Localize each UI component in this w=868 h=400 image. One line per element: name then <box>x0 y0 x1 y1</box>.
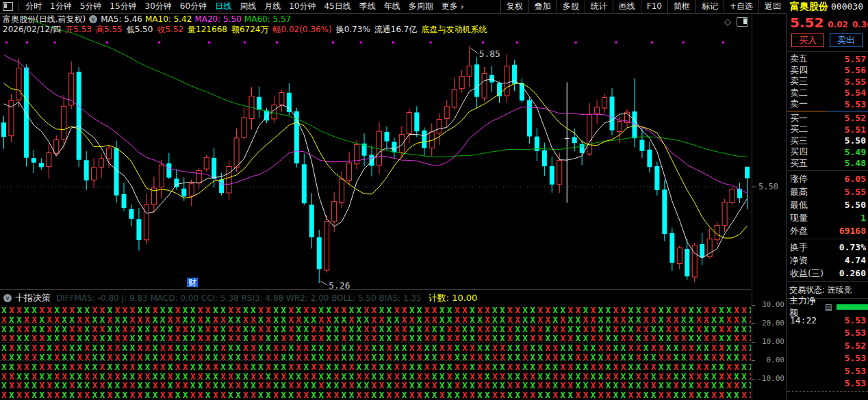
signal-x: X <box>659 343 666 353</box>
signal-x: X <box>288 315 296 325</box>
stat2-row-2: 收益(三)0.260 <box>787 267 868 280</box>
signal-x: X <box>16 362 24 372</box>
buy-level-value: 5.50 <box>845 135 866 146</box>
buy-button[interactable]: 买入 <box>791 34 824 47</box>
buy-level-1[interactable]: 买二5.51 <box>787 124 868 135</box>
signal-x: X <box>153 324 160 334</box>
signal-x: X <box>394 380 402 390</box>
diamond-icon[interactable]: ◇ <box>724 16 731 27</box>
menu-item-period-14[interactable]: 更多 <box>437 1 462 12</box>
signal-x: X <box>296 333 303 343</box>
toolbar-item-2[interactable]: 多股 <box>557 0 585 13</box>
signal-x: X <box>537 315 545 325</box>
signal-x: X <box>583 333 590 343</box>
stat2-row-1: 净资4.74 <box>787 254 868 267</box>
signal-x: X <box>348 362 356 372</box>
signal-x: X <box>281 343 288 353</box>
signal-x: X <box>303 362 311 372</box>
indicator-title[interactable]: 十指决策 <box>15 292 51 304</box>
signal-x: X <box>183 380 190 390</box>
signal-x: X <box>689 333 696 343</box>
signal-x: X <box>455 315 462 325</box>
menu-item-period-11[interactable]: 季线 <box>355 1 380 12</box>
sell-level-4[interactable]: 卖一5.53 <box>787 98 868 110</box>
buy-level-2[interactable]: 买三5.50 <box>787 135 868 147</box>
sell-level-label: 卖五 <box>790 53 808 65</box>
toolbar-item-4[interactable]: 画线 <box>613 0 641 13</box>
signal-x: X <box>439 343 447 353</box>
toolbar-item-6[interactable]: 简框 <box>667 0 695 13</box>
signal-x: X <box>409 352 417 362</box>
chevron-down-icon[interactable]: ∨ <box>89 15 97 23</box>
menu-item-period-0[interactable]: 分时 <box>21 1 46 12</box>
menu-item-period-10[interactable]: 45日线 <box>320 1 355 12</box>
sell-level-1[interactable]: 卖四5.56 <box>787 65 868 77</box>
signal-x: X <box>719 324 726 334</box>
pane-toggle-icon[interactable] <box>737 17 748 27</box>
buy-level-4[interactable]: 买五5.48 <box>787 158 868 170</box>
signal-x: X <box>273 380 281 390</box>
toolbar-item-5[interactable]: F10 <box>641 0 667 13</box>
tick-row-2[interactable]: 5.52 <box>787 339 868 352</box>
toolbar-item-8[interactable]: +自选 <box>724 0 758 13</box>
signal-x: X <box>417 371 424 382</box>
tick-row-1[interactable]: 5.53 <box>787 327 868 340</box>
signal-x: X <box>749 324 751 334</box>
axis-tick-label: 30.00 <box>754 300 784 309</box>
ohlc-info-bar: 2026/02/12/四开5.53高5.55低5.50收5.52量121668额… <box>3 25 492 34</box>
sell-level-3[interactable]: 卖二5.54 <box>787 88 868 99</box>
toolbar-item-7[interactable]: 标记 <box>695 0 724 13</box>
menu-item-period-2[interactable]: 5分钟 <box>76 1 106 12</box>
signal-x: X <box>47 333 54 343</box>
sell-level-2[interactable]: 卖三5.55 <box>787 76 868 88</box>
signal-x: X <box>183 324 190 334</box>
window-split-icon[interactable] <box>3 2 13 11</box>
chevron-right-icon[interactable]: › <box>461 2 464 12</box>
signal-x: X <box>92 343 99 353</box>
signal-x: X <box>205 371 213 382</box>
menu-item-period-13[interactable]: 多周期 <box>405 1 437 12</box>
menu-item-period-5[interactable]: 60分钟 <box>176 1 211 12</box>
menu-item-period-3[interactable]: 15分钟 <box>105 1 140 12</box>
signal-x: X <box>190 371 198 382</box>
menu-item-period-9[interactable]: 10分钟 <box>285 1 320 12</box>
tick-row-3[interactable]: 5.53 <box>787 352 868 365</box>
buy-level-3[interactable]: 买四5.49 <box>787 146 868 158</box>
divider <box>787 281 868 282</box>
signal-x: X <box>613 324 621 334</box>
signal-x: X <box>31 362 39 372</box>
signal-x: X <box>296 390 303 400</box>
buy-level-0[interactable]: 买一5.52 <box>787 113 868 124</box>
menu-item-period-7[interactable]: 周线 <box>235 1 260 12</box>
signal-x: X <box>220 371 228 382</box>
menu-item-period-8[interactable]: 月线 <box>260 1 285 12</box>
signal-x: X <box>213 343 220 353</box>
signal-x: X <box>39 380 47 390</box>
signal-x: X <box>243 333 251 343</box>
signal-grid[interactable]: XXXXXXXXXXXXXXXXXXXXXXXXXXXXXXXXXXXXXXXX… <box>0 306 751 400</box>
detail-list-icon[interactable]: ▤ <box>825 302 832 312</box>
toolbar-item-1[interactable]: 叠加 <box>528 0 557 13</box>
menu-item-period-6[interactable]: 日线 <box>211 1 235 12</box>
signal-x: X <box>243 390 251 400</box>
menu-item-period-12[interactable]: 年线 <box>380 1 405 12</box>
signal-x: X <box>16 333 24 343</box>
signal-x: X <box>674 380 681 390</box>
signal-x: X <box>515 380 522 390</box>
toolbar-item-3[interactable]: 统计 <box>585 0 613 13</box>
chevron-down-icon[interactable]: ∨ <box>3 294 12 302</box>
sell-button[interactable]: 卖出 <box>830 34 863 47</box>
menu-item-period-1[interactable]: 1分钟 <box>46 1 76 12</box>
tick-row-4[interactable]: 5.53 <box>787 364 868 377</box>
stock-name[interactable]: 富奥股份 <box>790 1 828 13</box>
cai-marker-badge[interactable]: 财 <box>187 278 198 287</box>
sell-level-0[interactable]: 卖五5.57 <box>787 53 868 65</box>
toolbar-item-9[interactable]: 返回 <box>758 0 787 13</box>
signal-x: X <box>552 371 560 382</box>
tick-row-0[interactable]: 14:225.53 <box>787 314 868 327</box>
menu-item-period-4[interactable]: 30分钟 <box>141 1 176 12</box>
signal-x: X <box>606 390 613 400</box>
candles-layer[interactable] <box>1 46 750 284</box>
toolbar-item-0[interactable]: 复权 <box>500 0 528 13</box>
tick-row-5[interactable]: 5.53 <box>787 377 868 390</box>
